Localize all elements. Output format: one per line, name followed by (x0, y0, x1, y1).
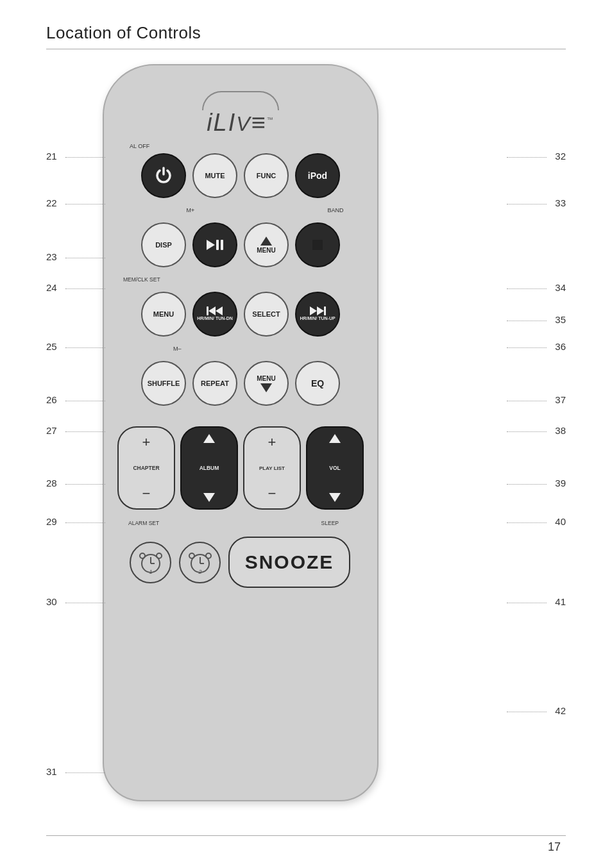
page-number: 17 (548, 840, 561, 854)
menu-down-button[interactable]: MENU (244, 361, 289, 406)
band-label: BAND (313, 207, 358, 213)
album-button[interactable]: ALBUM (180, 426, 238, 510)
vol-up-icon (329, 434, 341, 443)
m-minus-label: M– (173, 346, 182, 352)
ipod-label: iPod (308, 171, 327, 181)
playlist-minus-icon: − (268, 485, 276, 502)
svg-point-10 (206, 553, 211, 558)
remote-control: iLIV≡™ AL OFF MUTE (103, 64, 378, 801)
power-button[interactable] (141, 153, 186, 198)
bottom-divider (46, 835, 566, 836)
labels-row-2: M+ BAND (117, 206, 364, 215)
menu-button-2[interactable]: MENU (141, 292, 186, 337)
label-26: 26 (46, 394, 57, 406)
label-33: 33 (555, 197, 566, 209)
play-pause-button[interactable] (192, 222, 237, 267)
mute-label: MUTE (205, 172, 225, 179)
label-35: 35 (555, 314, 566, 326)
al-off-label: AL OFF (130, 143, 149, 149)
menu-label-2: MENU (153, 310, 174, 318)
disp-button[interactable]: DISP (141, 222, 186, 267)
row-3: MENU HR/MIN/ TUN-DN SELECT (117, 292, 364, 337)
label-39: 39 (555, 478, 566, 489)
label-38: 38 (555, 425, 566, 437)
func-button[interactable]: FUNC (244, 153, 289, 198)
button-grid: AL OFF MUTE FUNC (104, 151, 377, 615)
select-label: SELECT (252, 310, 280, 318)
menu-up-icon (260, 237, 272, 246)
playlist-button[interactable]: + PLAY LIST − (243, 426, 301, 510)
label-23: 23 (46, 251, 57, 263)
alarm1-icon: 1 (137, 548, 165, 576)
select-button[interactable]: SELECT (244, 292, 289, 337)
label-21: 21 (46, 151, 57, 162)
playlist-plus-icon: + (268, 434, 276, 451)
logo-text: iLIV≡™ (207, 109, 275, 137)
ff-button[interactable]: HR/MIN/ TUN-UP (295, 292, 340, 337)
svg-text:1: 1 (149, 569, 152, 575)
menu-up-button[interactable]: MENU (244, 222, 289, 267)
svg-point-4 (157, 553, 162, 558)
label-24: 24 (46, 282, 57, 294)
logo-area: iLIV≡™ (202, 91, 279, 137)
label-22: 22 (46, 197, 57, 209)
rewind-button[interactable]: HR/MIN/ TUN-DN (192, 292, 237, 337)
power-icon (153, 165, 174, 186)
eq-button[interactable]: EQ (295, 361, 340, 406)
album-up-icon (203, 434, 215, 443)
snooze-button[interactable]: SNOOZE (228, 537, 350, 588)
album-down-icon (203, 493, 215, 502)
labels-row-3: MEM/CLK SET (117, 275, 364, 284)
disp-label: DISP (155, 241, 172, 249)
shuffle-label: SHUFFLE (148, 380, 180, 387)
alarm1-button[interactable]: 1 (130, 542, 171, 583)
labels-row-4: M– (117, 344, 364, 353)
sleep-label: SLEEP (321, 520, 339, 526)
chapter-plus-icon: + (142, 434, 151, 451)
shuffle-button[interactable]: SHUFFLE (141, 361, 186, 406)
rewind-label: HR/MIN/ TUN-DN (197, 316, 233, 321)
title-divider (46, 49, 566, 49)
mute-button[interactable]: MUTE (192, 153, 237, 198)
chapter-button[interactable]: + CHAPTER − (117, 426, 175, 510)
label-40: 40 (555, 516, 566, 528)
label-32: 32 (555, 151, 566, 162)
logo-arc (202, 91, 279, 110)
chapter-minus-icon: − (142, 485, 151, 502)
label-41: 41 (555, 596, 566, 608)
svg-text:2: 2 (198, 569, 201, 575)
label-29: 29 (46, 516, 57, 528)
label-25: 25 (46, 341, 57, 353)
vol-button[interactable]: VOL (306, 426, 364, 510)
label-31: 31 (46, 766, 57, 778)
alarm2-button[interactable]: 2 (179, 542, 221, 583)
labels-row-6: ALARM SET SLEEP (117, 517, 364, 529)
label-34: 34 (555, 282, 566, 294)
repeat-button[interactable]: REPEAT (192, 361, 237, 406)
m-plus-label: M+ (168, 207, 213, 213)
menu-down-icon (260, 383, 272, 392)
eq-label: EQ (311, 378, 324, 388)
label-36: 36 (555, 341, 566, 353)
chapter-label: CHAPTER (133, 465, 159, 471)
stop-button[interactable] (295, 222, 340, 267)
repeat-label: REPEAT (201, 380, 229, 387)
func-label: FUNC (257, 172, 276, 179)
label-42: 42 (555, 705, 566, 717)
ipod-button[interactable]: iPod (295, 153, 340, 198)
row-6: 1 2 SNOOZE (117, 537, 364, 588)
label-27: 27 (46, 425, 57, 437)
stop-icon (312, 240, 323, 250)
svg-point-9 (189, 553, 194, 558)
snooze-label: SNOOZE (245, 551, 334, 573)
vol-label: VOL (329, 465, 340, 471)
album-label: ALBUM (200, 465, 219, 471)
alarm-set-label: ALARM SET (128, 520, 159, 526)
row-2: DISP MENU (117, 222, 364, 267)
page-title: Location of Controls (46, 23, 201, 43)
ff-label: HR/MIN/ TUN-UP (300, 316, 335, 321)
play-pause-icon (207, 240, 223, 250)
alarm2-icon: 2 (186, 548, 214, 576)
vol-down-icon (329, 493, 341, 502)
playlist-label: PLAY LIST (259, 465, 285, 471)
